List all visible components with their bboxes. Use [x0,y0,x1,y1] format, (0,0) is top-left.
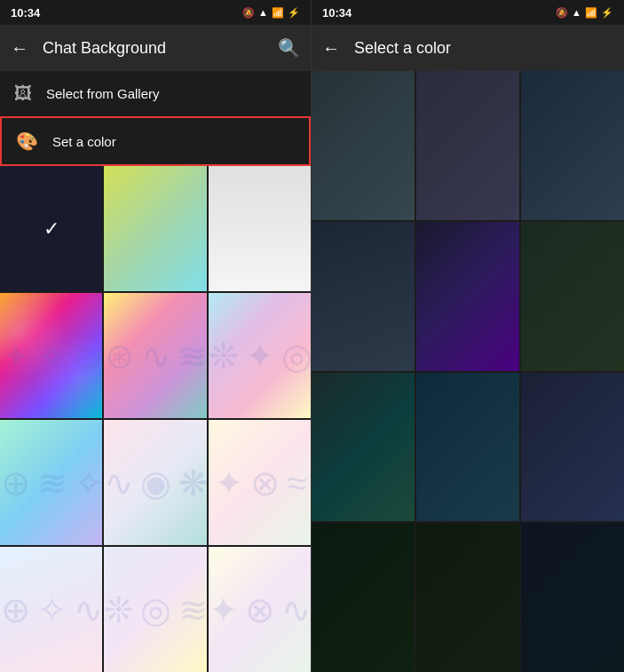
color-grid [312,71,624,672]
right-status-bar: 10:34 🔕 ▲ 📶 ⚡ [312,0,624,25]
color-cell-10[interactable] [312,523,415,672]
gallery-icon: 🖼 [14,83,32,104]
wallpaper-cell-4[interactable]: ✦ ✧ ⊕ [0,293,102,418]
r-signal-icon: 📶 [585,7,597,19]
wifi-icon: ▲ [258,7,268,18]
battery-icon: ⚡ [288,7,300,19]
wallpaper-cell-12[interactable]: ✦ ⊗ ∿ [209,547,311,672]
wallpaper-cell-6[interactable]: ❊ ✦ ◎ [209,293,311,418]
left-status-icons: 🔕 ▲ 📶 ⚡ [242,7,300,19]
right-back-button[interactable]: ← [319,35,344,62]
wallpaper-cell-10[interactable]: ⊕ ✧ ∿ [0,547,102,672]
wallpaper-cell-9[interactable]: ✦ ⊗ ≈ [209,420,311,545]
mute-icon: 🔕 [242,7,255,19]
wallpaper-cell-8[interactable]: ∿ ◉ ❋ [104,420,206,545]
color-label: Set a color [52,134,116,149]
doodle-6: ✦ ⊗ ≈ [209,420,311,545]
signal-icon: 📶 [272,7,284,19]
wallpaper-cell-11[interactable]: ❊ ◎ ≋ [104,547,206,672]
gallery-menu-item[interactable]: 🖼 Select from Gallery [0,71,311,116]
left-panel: 10:34 🔕 ▲ 📶 ⚡ ← Chat Background 🔍 🖼 Sele… [0,0,312,672]
doodle-3: ❊ ✦ ◎ [209,293,311,418]
gallery-label: Select from Gallery [46,86,160,101]
selected-checkmark: ✓ [43,217,59,241]
left-status-bar: 10:34 🔕 ▲ 📶 ⚡ [0,0,311,25]
r-wifi-icon: ▲ [572,7,581,18]
color-cell-2[interactable] [416,71,519,220]
color-cell-1[interactable] [312,71,415,220]
doodle-9: ✦ ⊗ ∿ [209,547,311,672]
left-status-time: 10:34 [11,6,40,20]
right-page-title: Select a color [354,39,617,58]
color-cell-6[interactable] [521,222,624,371]
doodle-5: ∿ ◉ ❋ [104,420,206,545]
r-mute-icon: 🔕 [556,7,568,19]
doodle-2: ⊛ ∿ ≋ [104,293,206,418]
color-cell-9[interactable] [521,373,624,522]
search-button[interactable]: 🔍 [274,34,304,62]
doodle-7: ⊕ ✧ ∿ [0,547,102,672]
color-icon: 🎨 [16,130,38,152]
right-status-icons: 🔕 ▲ 📶 ⚡ [556,7,613,19]
color-cell-7[interactable] [312,373,415,522]
color-cell-8[interactable] [416,373,519,522]
wallpaper-cell-2[interactable] [104,166,206,291]
wallpaper-cell-5[interactable]: ⊛ ∿ ≋ [104,293,206,418]
back-button[interactable]: ← [7,35,32,62]
color-menu-item[interactable]: 🎨 Set a color [0,116,311,166]
left-toolbar: ← Chat Background 🔍 [0,25,311,71]
wallpaper-cell-3[interactable] [209,166,311,291]
r-battery-icon: ⚡ [601,7,613,19]
color-cell-11[interactable] [416,523,519,672]
color-cell-4[interactable] [312,222,415,371]
doodle-1: ✦ ✧ ⊕ [0,293,102,418]
wallpaper-cell-1[interactable]: ✓ [0,166,102,291]
right-panel: 10:34 🔕 ▲ 📶 ⚡ ← Select a color [312,0,624,672]
right-toolbar: ← Select a color [312,25,624,71]
doodle-8: ❊ ◎ ≋ [104,547,206,672]
color-cell-12[interactable] [521,523,624,672]
wallpaper-grid: ✓ ✦ ✧ ⊕ ⊛ ∿ ≋ ❊ ✦ ◎ ⊕ ≋ ✧ ∿ ◉ ❋ [0,166,311,672]
color-cell-3[interactable] [521,71,624,220]
color-cell-5[interactable] [416,222,519,371]
wallpaper-cell-7[interactable]: ⊕ ≋ ✧ [0,420,102,545]
left-page-title: Chat Background [43,39,264,58]
doodle-4: ⊕ ≋ ✧ [0,420,102,545]
right-status-time: 10:34 [322,6,351,20]
